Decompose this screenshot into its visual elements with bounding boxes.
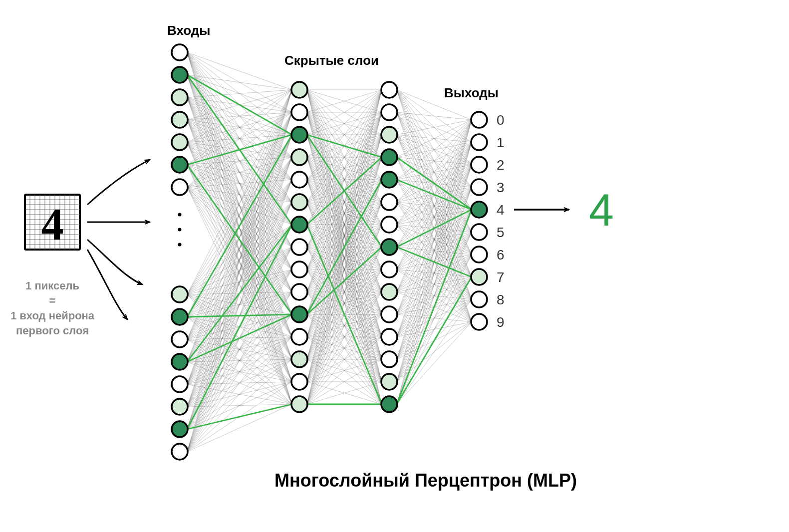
neuron bbox=[381, 217, 397, 233]
neuron bbox=[291, 396, 307, 412]
neuron bbox=[291, 239, 307, 255]
diagram-title: Многослойный Перцептрон (MLP) bbox=[274, 470, 577, 491]
neuron bbox=[471, 157, 487, 173]
neuron bbox=[381, 239, 397, 255]
caption-line1: 1 пиксель bbox=[25, 279, 79, 292]
svg-line-511 bbox=[397, 120, 472, 180]
neuron bbox=[172, 309, 188, 325]
svg-line-119 bbox=[187, 187, 292, 269]
neuron bbox=[381, 149, 397, 165]
caption-line3: 1 вход нейрона bbox=[10, 309, 95, 322]
output-label: 4 bbox=[497, 202, 505, 218]
input-digit: 4 bbox=[41, 200, 64, 249]
neuron bbox=[291, 82, 307, 98]
neuron bbox=[291, 172, 307, 188]
svg-line-643 bbox=[397, 210, 472, 404]
neuron bbox=[172, 286, 188, 302]
svg-line-501 bbox=[397, 120, 472, 157]
svg-line-619 bbox=[397, 299, 472, 404]
neuron bbox=[471, 314, 487, 330]
svg-line-491 bbox=[397, 120, 472, 135]
neuron bbox=[172, 179, 188, 195]
neuron bbox=[381, 82, 397, 98]
svg-line-571 bbox=[397, 120, 472, 314]
result-digit: 4 bbox=[589, 185, 614, 235]
neuron bbox=[291, 194, 307, 210]
svg-line-617 bbox=[397, 255, 472, 404]
neuron bbox=[172, 399, 188, 415]
neuron bbox=[471, 269, 487, 285]
svg-line-36 bbox=[187, 75, 292, 90]
neuron bbox=[471, 202, 487, 218]
output-label: 3 bbox=[497, 180, 505, 195]
neuron bbox=[381, 194, 397, 210]
svg-line-481 bbox=[397, 112, 472, 120]
caption-line4: первого слоя bbox=[16, 324, 89, 337]
neuron bbox=[172, 376, 188, 392]
output-labels: 0123456789 bbox=[497, 112, 505, 330]
svg-line-616 bbox=[397, 232, 472, 404]
neuron bbox=[381, 284, 397, 300]
neuron bbox=[381, 127, 397, 143]
caption-line2: = bbox=[49, 294, 56, 307]
output-label: 0 bbox=[497, 112, 505, 128]
output-label: 1 bbox=[497, 135, 505, 150]
neuron bbox=[291, 284, 307, 300]
neuron bbox=[291, 306, 307, 322]
neuron bbox=[172, 331, 188, 347]
neuron bbox=[291, 351, 307, 367]
neuron bbox=[172, 444, 188, 460]
svg-line-531 bbox=[397, 120, 472, 225]
neuron bbox=[172, 134, 188, 150]
neuron bbox=[381, 104, 397, 120]
svg-point-644 bbox=[178, 213, 182, 217]
output-label: 7 bbox=[497, 269, 505, 285]
input-arrows bbox=[87, 160, 150, 319]
neuron bbox=[381, 262, 397, 277]
label-outputs: Выходы bbox=[444, 85, 499, 100]
label-inputs: Входы bbox=[167, 23, 211, 38]
neuron bbox=[471, 179, 487, 195]
neuron bbox=[172, 44, 188, 60]
neuron bbox=[172, 421, 188, 437]
neuron bbox=[381, 396, 397, 412]
neuron bbox=[471, 112, 487, 128]
neuron bbox=[291, 374, 307, 390]
neuron bbox=[291, 127, 307, 143]
neuron bbox=[172, 67, 188, 83]
neuron bbox=[291, 149, 307, 165]
output-label: 9 bbox=[497, 314, 505, 330]
neuron bbox=[291, 262, 307, 277]
neuron bbox=[471, 134, 487, 150]
edges bbox=[187, 52, 472, 452]
svg-line-613 bbox=[397, 165, 472, 404]
svg-line-630 bbox=[187, 404, 292, 429]
neuron bbox=[291, 104, 307, 120]
neuron bbox=[381, 329, 397, 345]
input-image: 4 bbox=[25, 195, 80, 250]
neuron bbox=[381, 374, 397, 390]
output-label: 6 bbox=[497, 247, 505, 263]
svg-point-645 bbox=[178, 228, 182, 232]
output-label: 2 bbox=[497, 157, 505, 173]
neuron bbox=[172, 89, 188, 105]
input-ellipsis bbox=[178, 213, 182, 247]
svg-line-620 bbox=[397, 322, 472, 404]
neuron bbox=[471, 247, 487, 263]
neuron bbox=[471, 224, 487, 240]
neuron bbox=[471, 291, 487, 307]
svg-point-646 bbox=[178, 243, 182, 247]
neuron bbox=[172, 354, 188, 370]
neuron bbox=[381, 351, 397, 367]
svg-line-640 bbox=[397, 210, 472, 247]
svg-line-124 bbox=[187, 187, 292, 382]
svg-line-117 bbox=[187, 187, 292, 225]
neuron bbox=[381, 172, 397, 188]
neuron bbox=[172, 157, 188, 173]
neuron bbox=[291, 329, 307, 345]
neuron bbox=[172, 112, 188, 128]
output-label: 5 bbox=[497, 225, 505, 240]
label-hidden: Скрытые слои bbox=[284, 53, 379, 68]
svg-line-641 bbox=[397, 247, 472, 277]
neuron bbox=[291, 217, 307, 233]
